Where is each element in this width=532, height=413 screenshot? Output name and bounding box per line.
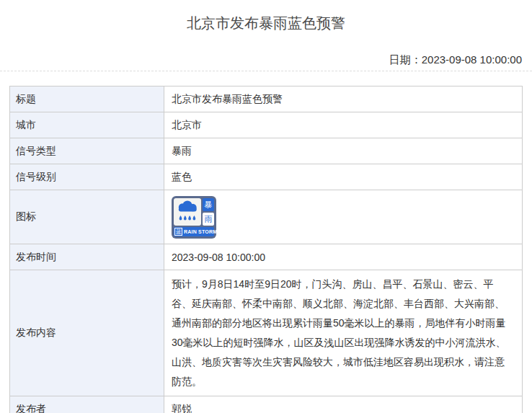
- date-value: 2023-09-08 10:00:00: [422, 53, 522, 66]
- table-row-signal-type: 信号类型 暴雨: [10, 138, 523, 164]
- table-row-publish-time: 发布时间 2023-09-08 10:00:00: [10, 244, 523, 270]
- date-label: 日期：: [389, 53, 422, 66]
- row-label: 标题: [10, 86, 164, 112]
- row-value: 北京市发布暴雨蓝色预警: [164, 86, 523, 112]
- page-header: 北京市发布暴雨蓝色预警 日期：2023-09-08 10:00:00: [0, 0, 532, 67]
- warning-info-table: 标题 北京市发布暴雨蓝色预警 城市 北京市 信号类型 暴雨 信号级别 蓝色 图标: [9, 86, 523, 413]
- table-row-icon: 图标: [10, 190, 523, 244]
- row-value: 暴雨: [164, 138, 523, 164]
- warning-icon-top: 暴 雨: [174, 198, 214, 226]
- table-row-city: 城市 北京市: [10, 112, 523, 138]
- warning-icon-footer: 蓝 RAIN STORM: [174, 227, 214, 236]
- rainstorm-blue-warning-icon: 暴 雨 蓝 RAIN STORM: [172, 196, 216, 239]
- warning-icon-chars: 暴 雨: [203, 198, 214, 226]
- row-label: 发布者: [10, 396, 164, 413]
- table-row-publish-content: 发布内容 预计，9月8日14时至9日20时，门头沟、房山、昌平、石景山、密云、平…: [10, 270, 523, 396]
- table-row-signal-level: 信号级别 蓝色: [10, 164, 523, 190]
- rain-cloud-icon: [174, 198, 201, 226]
- row-label: 信号级别: [10, 164, 164, 190]
- row-label: 信号类型: [10, 138, 164, 164]
- warning-char-yu: 雨: [203, 213, 214, 226]
- row-value: 预计，9月8日14时至9日20时，门头沟、房山、昌平、石景山、密云、平谷、延庆南…: [164, 270, 523, 396]
- page-title: 北京市发布暴雨蓝色预警: [10, 13, 522, 33]
- row-label: 发布内容: [10, 270, 164, 396]
- warning-level-char: 蓝: [174, 228, 182, 236]
- warning-char-bao: 暴: [203, 198, 214, 211]
- row-label: 发布时间: [10, 244, 164, 270]
- row-value: 暴 雨 蓝 RAIN STORM: [164, 190, 523, 244]
- row-value: 郭锐: [164, 396, 523, 413]
- row-label: 城市: [10, 112, 164, 138]
- row-label: 图标: [10, 190, 164, 244]
- table-row-title: 标题 北京市发布暴雨蓝色预警: [10, 86, 523, 112]
- warning-en-label: RAIN STORM: [184, 229, 217, 234]
- header-divider: [0, 71, 532, 71]
- row-value: 北京市: [164, 112, 523, 138]
- table-row-publisher: 发布者 郭锐: [10, 396, 523, 413]
- row-value: 蓝色: [164, 164, 523, 190]
- row-value: 2023-09-08 10:00:00: [164, 244, 523, 270]
- date-line: 日期：2023-09-08 10:00:00: [10, 52, 522, 67]
